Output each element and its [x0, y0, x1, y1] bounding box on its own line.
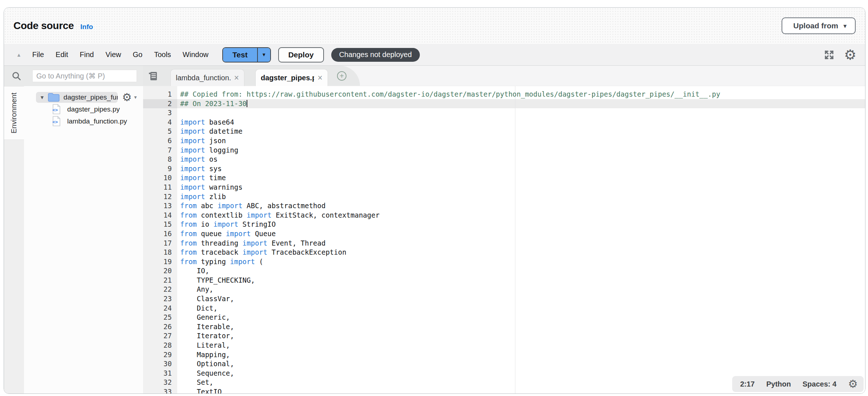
- code-line: 22 Any,: [143, 285, 865, 294]
- indentation-setting[interactable]: Spaces: 4: [803, 380, 836, 388]
- python-file-icon: <>: [52, 116, 61, 126]
- menu-item-view[interactable]: View: [105, 50, 121, 59]
- line-number: 26: [143, 322, 177, 332]
- code-text: import os: [177, 155, 218, 164]
- code-line: 5import datetime: [143, 127, 865, 136]
- test-split-button[interactable]: Test ▼: [222, 47, 271, 62]
- environment-label: Environment: [10, 93, 18, 133]
- folder-settings-caret-icon[interactable]: ▼: [133, 95, 138, 100]
- menu-item-edit[interactable]: Edit: [56, 50, 68, 59]
- line-number: 4: [143, 118, 177, 127]
- menu-item-file[interactable]: File: [32, 50, 44, 59]
- line-number: 31: [143, 369, 177, 378]
- code-line: 16from queue import Queue: [143, 229, 865, 239]
- python-file-icon: <>: [52, 104, 61, 114]
- line-number: 18: [143, 248, 177, 257]
- editor-tab-dagster_pipes-py[interactable]: dagster_pipes.py×: [255, 69, 328, 86]
- code-source-panel: Code source Info Upload from ▼ ▲ FileEdi…: [4, 7, 865, 394]
- tab-list-icon[interactable]: [147, 70, 158, 81]
- code-line: 13from abc import ABC, abstractmethod: [143, 201, 865, 211]
- line-number: 9: [143, 164, 177, 174]
- code-text: IO,: [177, 266, 209, 276]
- menu-item-find[interactable]: Find: [80, 50, 94, 59]
- upload-from-button[interactable]: Upload from ▼: [782, 17, 856, 34]
- code-line: 12import zlib: [143, 192, 865, 202]
- code-text: import base64: [177, 118, 234, 127]
- code-text: from contextlib import ExitStack, contex…: [177, 211, 380, 220]
- code-text: Any,: [177, 285, 214, 294]
- fullscreen-icon[interactable]: [824, 49, 835, 60]
- code-text: from abc import ABC, abstractmethod: [177, 201, 325, 211]
- line-number: 21: [143, 276, 177, 285]
- menu-item-tools[interactable]: Tools: [154, 50, 171, 59]
- svg-text:<>: <>: [52, 119, 58, 125]
- folder-settings-gear-icon[interactable]: ⚙: [122, 92, 132, 103]
- code-line: 14from contextlib import ExitStack, cont…: [143, 211, 865, 220]
- editor-settings-gear-icon[interactable]: ⚙: [848, 379, 858, 389]
- code-text: from traceback import TracebackException: [177, 248, 346, 257]
- line-number: 8: [143, 155, 177, 164]
- language-mode[interactable]: Python: [766, 380, 791, 388]
- line-number: 19: [143, 257, 177, 267]
- line-number: 28: [143, 341, 177, 350]
- code-line: 25 Generic,: [143, 313, 865, 322]
- code-line: 29 Mapping,: [143, 350, 865, 360]
- test-button[interactable]: Test: [223, 48, 257, 62]
- upload-from-label: Upload from: [793, 21, 838, 30]
- line-number: 22: [143, 285, 177, 294]
- code-text: [177, 108, 180, 118]
- tab-close-icon[interactable]: ×: [318, 74, 323, 82]
- goto-anything-input[interactable]: [32, 70, 137, 82]
- search-icon[interactable]: [11, 71, 21, 81]
- code-line: 6import json: [143, 136, 865, 146]
- code-line: 27 Iterator,: [143, 331, 865, 341]
- cursor-position[interactable]: 2:17: [740, 380, 755, 388]
- code-text: import time: [177, 173, 226, 183]
- plus-circle-icon: +: [340, 72, 344, 80]
- code-text: from typing import (: [177, 257, 263, 267]
- code-text: Set,: [177, 378, 214, 387]
- code-text: Optional,: [177, 359, 234, 369]
- line-number: 15: [143, 220, 177, 229]
- line-number: 1: [143, 90, 177, 99]
- left-panel: Environment ▼ dagster_pipes_funct ⚙: [4, 66, 143, 393]
- code-line: 21 TYPE_CHECKING,: [143, 276, 865, 285]
- test-dropdown-arrow[interactable]: ▼: [257, 48, 270, 62]
- folder-expand-arrow-icon[interactable]: ▼: [40, 94, 45, 100]
- environment-tab[interactable]: Environment: [4, 86, 24, 140]
- panel-header: Code source Info Upload from ▼: [4, 8, 865, 44]
- collapse-triangle-icon[interactable]: ▲: [16, 52, 21, 58]
- info-link[interactable]: Info: [80, 23, 93, 31]
- deploy-status-badge: Changes not deployed: [331, 48, 420, 62]
- menu-bar: ▲ FileEditFindViewGoToolsWindow Test ▼ D…: [4, 44, 865, 66]
- deploy-button[interactable]: Deploy: [278, 47, 324, 62]
- file-item-lambda_function-py[interactable]: <>lambda_function.py: [24, 115, 143, 127]
- line-number: 10: [143, 173, 177, 183]
- code-text: Literal,: [177, 341, 230, 350]
- chevron-down-icon: ▼: [842, 23, 848, 29]
- code-editor[interactable]: 1## Copied from: https://raw.githubuserc…: [143, 86, 865, 393]
- line-number: 5: [143, 127, 177, 136]
- line-number: 23: [143, 294, 177, 304]
- menubar-right-icons: ⚙: [824, 48, 856, 62]
- file-name: lambda_function.py: [67, 117, 127, 125]
- code-text: ## On 2023-11-30: [177, 99, 247, 109]
- svg-text:<>: <>: [52, 107, 58, 113]
- editor-tab-lambda_function-[interactable]: lambda_function.×: [170, 69, 244, 86]
- line-number: 11: [143, 183, 177, 192]
- line-number: 24: [143, 304, 177, 313]
- new-tab-button[interactable]: +: [337, 71, 346, 81]
- code-text: Iterable,: [177, 322, 234, 332]
- menu-item-window[interactable]: Window: [183, 50, 208, 59]
- file-item-dagster_pipes-py[interactable]: <>dagster_pipes.py: [24, 103, 143, 115]
- line-number: 33: [143, 387, 177, 393]
- code-text: ## Copied from: https://raw.githubuserco…: [177, 90, 720, 99]
- code-text: Generic,: [177, 313, 230, 322]
- code-line: 2## On 2023-11-30: [143, 99, 865, 109]
- code-line: 15from io import StringIO: [143, 220, 865, 229]
- settings-gear-icon[interactable]: ⚙: [844, 48, 856, 62]
- folder-item[interactable]: ▼ dagster_pipes_funct: [36, 92, 118, 103]
- line-number: 7: [143, 146, 177, 155]
- menu-item-go[interactable]: Go: [133, 50, 142, 59]
- tab-close-icon[interactable]: ×: [234, 74, 239, 82]
